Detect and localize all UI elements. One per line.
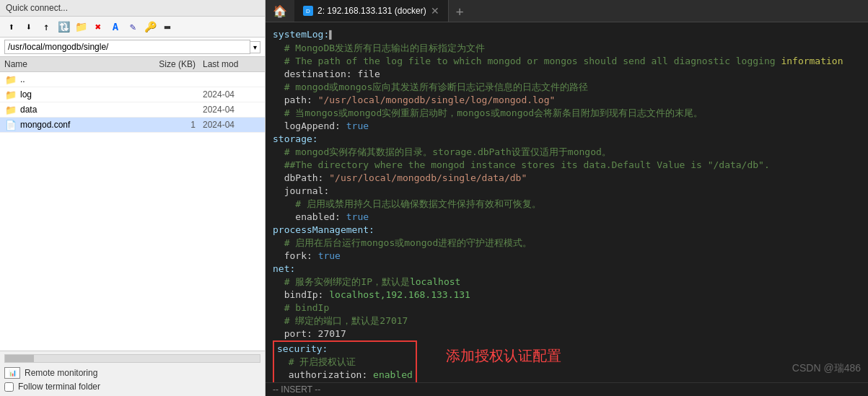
- code-line-24: port: 27017: [266, 327, 868, 340]
- monitor-icon: 📊: [4, 367, 20, 379]
- insert-mode-label: -- INSERT --: [273, 384, 320, 395]
- file-date: 2024-04: [203, 105, 260, 115]
- follow-terminal-label: Follow terminal folder: [18, 382, 100, 392]
- file-table-header: Name Size (KB) Last mod: [0, 57, 265, 72]
- col-date-header: Last mod: [203, 59, 260, 69]
- file-item-data[interactable]: 📁 data 2024-04: [0, 102, 265, 118]
- line-text: authorization: enabled: [277, 369, 413, 382]
- line-text: processManagement:: [266, 224, 374, 237]
- line-text: net:: [266, 263, 295, 276]
- code-line-10: # mongod实例存储其数据的目录。storage.dbPath设置仅适用于m…: [266, 146, 868, 159]
- file-date: 2024-04: [203, 120, 260, 130]
- editor-content[interactable]: systemLog:▌ # MongoDB发送所有日志输出的目标指定为文件 # …: [266, 22, 868, 382]
- col-name-header: Name: [4, 59, 145, 69]
- annotation: 添加授权认证配置: [446, 346, 561, 366]
- code-line-22: # bindIp: [266, 302, 868, 314]
- code-line-7: # 当mongos或mongod实例重新启动时，mongos或mongod会将新…: [266, 107, 868, 120]
- line-text: # 开启授权认证: [277, 356, 356, 369]
- file-name: data: [20, 105, 145, 115]
- line-text: dbPath: "/usr/local/mongodb/single/data/…: [266, 172, 527, 185]
- col-size-header: Size (KB): [145, 59, 203, 69]
- file-size: 1: [145, 120, 203, 130]
- watermark-text: CSDN @瑞486: [792, 362, 861, 374]
- code-line-25: security:: [277, 343, 413, 356]
- line-text: security:: [277, 343, 328, 356]
- new-folder-icon[interactable]: 📁: [74, 19, 88, 34]
- toolbar: ⬆ ⬇ ↑ 🔃 📁 ✖ A ✎ 🔑 ▬: [0, 17, 265, 38]
- tab-close-button[interactable]: ✕: [431, 5, 439, 17]
- code-line-11: ##The directory where the mongod instanc…: [266, 159, 868, 172]
- bottom-options: 📊 Remote monitoring Follow terminal fold…: [4, 366, 260, 393]
- path-bar: ▾: [0, 38, 265, 57]
- line-text: # 启用在后台运行mongos或mongod进程的守护进程模式。: [266, 237, 532, 250]
- line-text: # mongod或mongos应向其发送所有诊断日志记录信息的日志文件的路径: [266, 81, 588, 94]
- delete-icon[interactable]: ✖: [91, 19, 105, 34]
- code-line-20: # 服务实例绑定的IP，默认是localhost: [266, 276, 868, 289]
- line-text: # bindIp: [266, 302, 329, 314]
- annotation-text: 添加授权认证配置: [446, 348, 561, 364]
- line-text: # 绑定的端口，默认是27017: [266, 314, 408, 327]
- new-tab-button[interactable]: +: [449, 1, 471, 22]
- path-input[interactable]: [4, 40, 250, 54]
- right-panel: 🏠 D 2: 192.168.133.131 (docker) ✕ + syst…: [266, 0, 868, 396]
- left-bottom: 📊 Remote monitoring Follow terminal fold…: [0, 351, 265, 396]
- code-line-12: dbPath: "/usr/local/mongodb/single/data/…: [266, 172, 868, 185]
- remote-monitoring-label: Remote monitoring: [25, 368, 97, 378]
- quick-connect-bar[interactable]: Quick connect...: [0, 0, 265, 17]
- line-text: port: 27017: [266, 327, 346, 340]
- folder-icon: 📁: [4, 89, 17, 100]
- follow-terminal-checkbox[interactable]: [4, 382, 14, 392]
- remote-monitoring-option[interactable]: 📊 Remote monitoring: [4, 367, 260, 379]
- line-text: bindIp: localhost,192.168.133.131: [266, 289, 470, 302]
- line-text: storage:: [266, 133, 318, 146]
- code-line-17: # 启用在后台运行mongos或mongod进程的守护进程模式。: [266, 237, 868, 250]
- security-highlight-box: security: # 开启授权认证 authorization: enable…: [273, 340, 417, 382]
- download-icon[interactable]: ⬇: [22, 19, 36, 34]
- security-section: security: # 开启授权认证 authorization: enable…: [266, 340, 868, 382]
- code-line-8: logAppend: true: [266, 120, 868, 133]
- permissions-icon[interactable]: 🔑: [143, 19, 157, 34]
- file-name: mongod.conf: [20, 120, 145, 130]
- file-item-dotdot[interactable]: 📁 ..: [0, 72, 265, 87]
- file-item-mongod-conf[interactable]: 📄 mongod.conf 1 2024-04: [0, 118, 265, 133]
- line-text: destination: file: [266, 68, 380, 81]
- up-dir-icon[interactable]: ↑: [39, 19, 53, 34]
- file-date: 2024-04: [203, 89, 260, 100]
- left-panel: Quick connect... ⬆ ⬇ ↑ 🔃 📁 ✖ A ✎ 🔑 ▬ ▾ N…: [0, 0, 266, 396]
- line-text: # 启用或禁用持久日志以确保数据文件保持有效和可恢复。: [266, 198, 541, 211]
- line-text: # MongoDB发送所有日志输出的目标指定为文件: [266, 42, 485, 55]
- docker-icon: D: [303, 6, 313, 16]
- file-item-log[interactable]: 📁 log 2024-04: [0, 87, 265, 102]
- path-dropdown-btn[interactable]: ▾: [250, 41, 260, 53]
- line-text: journal:: [266, 185, 329, 198]
- code-line-23: # 绑定的端口，默认是27017: [266, 314, 868, 327]
- line-text: ##The directory where the mongod instanc…: [266, 159, 770, 172]
- rename-icon[interactable]: A: [108, 19, 123, 34]
- folder-icon: 📁: [4, 104, 17, 115]
- line-text: enabled: true: [266, 211, 369, 224]
- horizontal-scrollbar[interactable]: [4, 354, 260, 363]
- code-line-18: fork: true: [266, 250, 868, 263]
- active-tab[interactable]: D 2: 192.168.133.131 (docker) ✕: [294, 0, 449, 22]
- line-text: # 当mongos或mongod实例重新启动时，mongos或mongod会将新…: [266, 107, 703, 120]
- follow-terminal-option[interactable]: Follow terminal folder: [4, 382, 260, 392]
- tab-label: 2: 192.168.133.131 (docker): [317, 6, 426, 16]
- code-line-14: # 启用或禁用持久日志以确保数据文件保持有效和可恢复。: [266, 198, 868, 211]
- code-line-9: storage:: [266, 133, 868, 146]
- line-text: logAppend: true: [266, 120, 369, 133]
- refresh-icon[interactable]: 🔃: [56, 19, 71, 34]
- code-line-27: authorization: enabled: [277, 369, 413, 382]
- edit-icon[interactable]: ✎: [126, 19, 140, 34]
- quick-connect-label: Quick connect...: [6, 3, 68, 13]
- code-line-3: # The path of the log file to which mong…: [266, 55, 868, 68]
- code-line-21: bindIp: localhost,192.168.133.131: [266, 289, 868, 302]
- tabs-bar: 🏠 D 2: 192.168.133.131 (docker) ✕ +: [266, 0, 868, 22]
- code-line-16: processManagement:: [266, 224, 868, 237]
- code-line-4: destination: file: [266, 68, 868, 81]
- file-name: ..: [20, 74, 145, 84]
- code-line-1: systemLog:▌: [266, 28, 868, 42]
- upload-icon[interactable]: ⬆: [4, 19, 19, 34]
- view-icon[interactable]: ▬: [160, 19, 175, 34]
- home-button[interactable]: 🏠: [266, 4, 294, 18]
- line-text: path: "/usr/local/mongodb/single/log/mon…: [266, 94, 555, 107]
